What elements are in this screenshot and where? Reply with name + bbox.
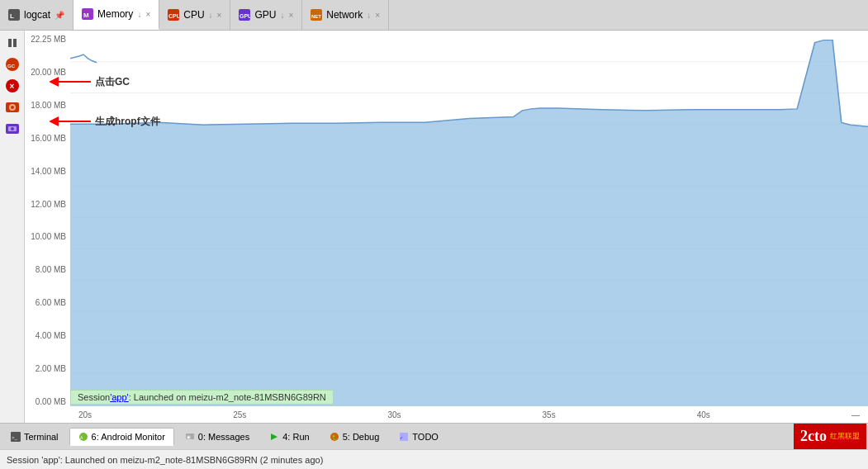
svg-point-16 (11, 106, 14, 109)
run-tab-label: 4: Run (282, 432, 309, 442)
svg-text:>_: >_ (12, 435, 18, 440)
gc-button[interactable]: GC (3, 55, 21, 73)
status-text: Session 'app': Launched on meizu-m2_note… (7, 455, 323, 465)
svg-text:▣: ▣ (187, 434, 191, 439)
gpu-tab-label: GPU (254, 9, 276, 21)
network-tab-icon: NET (311, 9, 322, 21)
y-label-18: 18.00 MB (29, 101, 66, 110)
x-label-20s: 20s (78, 410, 92, 419)
x-axis: 20s 25s 30s 35s 40s — (70, 406, 868, 423)
svg-text:GPU: GPU (240, 13, 250, 19)
brand-2cto-text: 2cto (800, 428, 827, 445)
cpu-tab-close[interactable]: × (217, 11, 222, 20)
hropf-annotation-text: 生成hropf文件 (95, 115, 160, 129)
y-label-10: 10.00 MB (29, 232, 66, 241)
y-label-2: 2.00 MB (29, 364, 66, 373)
x-label-40s: 40s (697, 410, 710, 419)
svg-text:🐛: 🐛 (332, 434, 339, 441)
y-label-22: 22.25 MB (29, 35, 66, 44)
session-bar: Session 'app' : Launched on meizu-m2_not… (70, 388, 868, 406)
network-tab-arrow: ↓ (367, 11, 371, 20)
session-text-prefix: Session (78, 392, 110, 402)
network-tab-label: Network (326, 9, 363, 21)
y-label-0: 0.00 MB (29, 397, 66, 406)
chart-area: 点击GC 生成hropf文件 22.25 MB 20.00 MB 18.00 M… (25, 31, 868, 423)
y-label-4: 4.00 MB (29, 331, 66, 340)
tab-cpu[interactable]: CPU CPU ↓ × (159, 0, 230, 30)
run-icon (269, 432, 279, 442)
session-link[interactable]: 'app' (110, 392, 129, 402)
hropf-arrow-icon (50, 113, 95, 130)
tab-messages[interactable]: ▣ 0: Messages (176, 428, 259, 446)
svg-rect-11 (13, 39, 17, 47)
status-bar: Session 'app': Launched on meizu-m2_note… (0, 449, 868, 469)
y-label-6: 6.00 MB (29, 298, 66, 307)
memory-tab-arrow: ↓ (137, 10, 141, 19)
tab-terminal[interactable]: >_ Terminal (2, 428, 68, 446)
logcat-tab-icon: L (8, 9, 20, 21)
network-tab-close[interactable]: × (375, 11, 380, 20)
left-toolbar: GC × (0, 31, 25, 423)
todo-icon: ✓ (399, 432, 409, 442)
screenshot-button[interactable] (3, 120, 21, 138)
top-tab-bar: L logcat 📌 M Memory ↓ × CPU CPU ↓ × GPU … (0, 0, 868, 31)
debug-tab-label: 5: Debug (343, 432, 380, 442)
memory-tab-label: Memory (97, 8, 133, 20)
terminal-tab-label: Terminal (24, 432, 59, 442)
y-label-8: 8.00 MB (29, 265, 66, 274)
y-label-12: 12.00 MB (29, 200, 66, 209)
brand-red-text: 红黑联盟 (830, 431, 860, 442)
tab-network[interactable]: NET Network ↓ × (302, 0, 389, 30)
cpu-tab-arrow: ↓ (209, 11, 213, 20)
svg-text:L: L (10, 12, 14, 20)
tab-android-monitor[interactable]: A 6: Android Monitor (69, 428, 174, 446)
pause-button[interactable] (3, 34, 21, 52)
brand-area: 2cto 红黑联盟 (794, 424, 866, 449)
gpu-tab-close[interactable]: × (288, 11, 293, 20)
tab-run[interactable]: 4: Run (260, 428, 318, 446)
messages-tab-label: 0: Messages (198, 432, 249, 442)
chart-peak (70, 54, 97, 63)
red-x-icon: × (6, 79, 19, 92)
memory-chart-svg (70, 31, 868, 406)
y-label-14: 14.00 MB (29, 167, 66, 176)
tab-todo[interactable]: ✓ TODO (390, 428, 448, 446)
tab-memory[interactable]: M Memory ↓ × (74, 0, 159, 30)
svg-text:✓: ✓ (400, 435, 403, 440)
android-monitor-tab-label: 6: Android Monitor (92, 432, 165, 442)
x-label-30s: 30s (387, 410, 401, 419)
logcat-pin-icon: 📌 (55, 11, 64, 20)
svg-rect-10 (8, 39, 12, 47)
svg-point-19 (11, 127, 14, 130)
todo-tab-label: TODO (412, 432, 439, 442)
svg-text:M: M (83, 12, 89, 19)
chart-fill-area (70, 40, 868, 406)
gc-annotation-text: 点击GC (95, 75, 130, 89)
stop-button[interactable]: × (3, 77, 21, 95)
x-label-35s: 35s (543, 410, 556, 419)
y-label-16: 16.00 MB (29, 134, 66, 143)
tab-gpu[interactable]: GPU GPU ↓ × (230, 0, 302, 30)
memory-tab-icon: M (82, 8, 93, 20)
bottom-tab-bar: >_ Terminal A 6: Android Monitor ▣ 0: Me… (0, 423, 868, 449)
cpu-tab-label: CPU (183, 9, 204, 21)
terminal-icon: >_ (11, 432, 21, 442)
gpu-tab-arrow: ↓ (280, 11, 284, 20)
hropf-button[interactable] (3, 98, 21, 116)
cpu-tab-icon: CPU (168, 9, 179, 21)
session-label: Session 'app' : Launched on meizu-m2_not… (70, 390, 334, 405)
android-icon: A (78, 432, 88, 442)
debug-icon: 🐛 (330, 432, 339, 442)
x-label-end: — (851, 410, 860, 419)
tab-logcat[interactable]: L logcat 📌 (0, 0, 74, 30)
gpu-tab-icon: GPU (239, 9, 250, 21)
messages-icon: ▣ (185, 432, 195, 442)
gc-annotation: 点击GC (50, 73, 130, 90)
session-text-rest: : Launched on meizu-m2_note-81MSBN6G89RN (129, 392, 326, 402)
tab-debug[interactable]: 🐛 5: Debug (320, 428, 389, 446)
logcat-tab-label: logcat (24, 9, 50, 21)
main-area: GC × (0, 31, 868, 423)
memory-tab-close[interactable]: × (145, 10, 150, 19)
svg-text:NET: NET (311, 14, 321, 19)
memory-chart-canvas (70, 31, 868, 406)
